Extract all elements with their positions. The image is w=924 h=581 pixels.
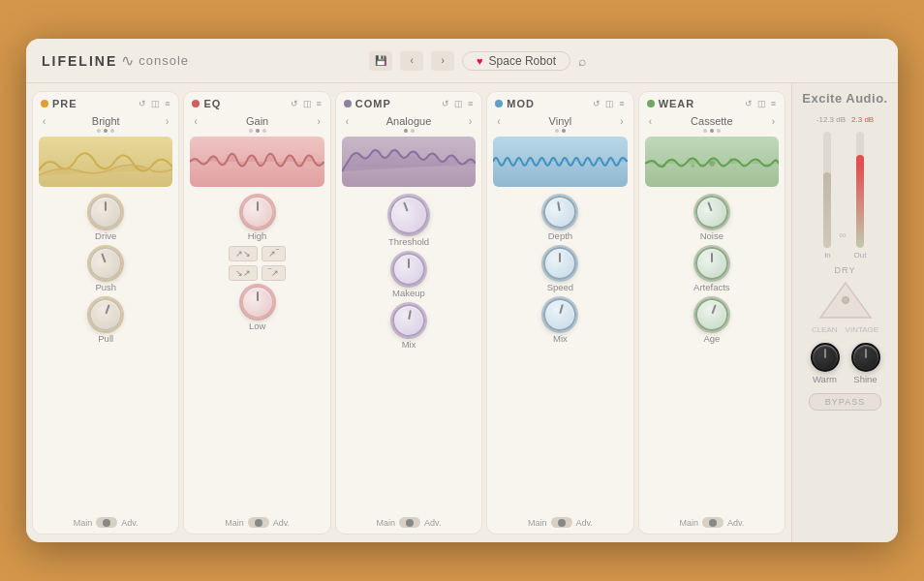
eq-lpf2-button[interactable]: ‾↗ [262, 265, 286, 281]
comp-prev-button[interactable]: ‹ [344, 116, 351, 127]
dry-dot[interactable] [842, 296, 849, 304]
mod-depth-label: Depth [548, 230, 572, 241]
eq-bars-button[interactable]: ≡ [316, 98, 323, 109]
wear-prev-button[interactable]: ‹ [647, 116, 654, 127]
search-button[interactable]: ⌕ [578, 53, 586, 69]
module-wear-controls: ↺ ◫ ≡ [744, 98, 777, 109]
pre-undo-button[interactable]: ↺ [138, 98, 147, 109]
module-wear-title: WEAR [659, 98, 740, 109]
pre-push-group: Push [89, 247, 122, 292]
eq-high-group: High [241, 196, 274, 241]
module-comp-controls: ↺ ◫ ≡ [441, 98, 474, 109]
eq-hpf1-button[interactable]: ↗↘ [229, 246, 258, 261]
warm-knob[interactable] [811, 343, 840, 372]
wear-noise-knob[interactable] [691, 191, 733, 233]
mod-next-button[interactable]: › [618, 116, 625, 127]
eq-toggle[interactable] [248, 517, 269, 528]
pre-prev-button[interactable]: ‹ [41, 116, 47, 127]
module-comp-dot [344, 100, 352, 107]
eq-high-knob[interactable] [241, 196, 274, 229]
comp-makeup-knob[interactable] [392, 253, 425, 286]
wear-bars-button[interactable]: ≡ [770, 98, 777, 109]
vintage-label: VINTAGE [846, 325, 879, 334]
mod-mix-knob[interactable] [540, 294, 581, 335]
meter-in-value: -12.3 dB [816, 115, 846, 124]
mod-dot-1 [555, 129, 559, 133]
mod-ab-button[interactable]: ◫ [604, 98, 615, 109]
wear-artefacts-knob[interactable] [695, 247, 728, 280]
wear-age-knob[interactable] [691, 293, 733, 336]
wear-preset-dots [703, 129, 721, 133]
pre-pull-knob[interactable] [84, 293, 127, 336]
pre-drive-group: Drive [89, 196, 122, 241]
mod-preset-dots [555, 129, 566, 133]
eq-lpf1-button[interactable]: ↘↗ [229, 265, 258, 281]
comp-ab-button[interactable]: ◫ [453, 98, 464, 109]
mod-toggle[interactable] [551, 517, 572, 528]
shine-knob[interactable] [851, 343, 880, 372]
modules-strip: PRE ↺ ◫ ≡ ‹ Bright › [26, 83, 791, 542]
prev-preset-button[interactable]: ‹ [400, 51, 423, 71]
eq-next-button[interactable]: › [315, 116, 322, 127]
wear-noise-label: Noise [700, 230, 724, 241]
next-preset-button[interactable]: › [431, 51, 454, 71]
wear-waveform [645, 137, 779, 187]
pre-toggle[interactable] [96, 517, 117, 528]
eq-undo-button[interactable]: ↺ [290, 98, 299, 109]
comp-bars-button[interactable]: ≡ [467, 98, 474, 109]
save-button[interactable]: 💾 [369, 51, 392, 71]
right-panel: Excite Audio. -12.3 dB 2.3 dB In [791, 83, 898, 542]
comp-threshold-knob[interactable] [384, 190, 433, 239]
shine-label: Shine [853, 374, 877, 384]
logo-console: console [139, 53, 189, 68]
eq-prev-button[interactable]: ‹ [192, 116, 199, 127]
bypass-button[interactable]: BYPASS [809, 393, 881, 411]
eq-low-label: Low [249, 321, 265, 331]
eq-waveform [190, 137, 323, 187]
comp-toggle[interactable] [399, 517, 420, 528]
logo: LIFELINE ∿ console [42, 51, 189, 70]
meters-area: In ∞ Out [823, 124, 866, 260]
comp-waveform [342, 137, 476, 187]
eq-preset-selector: ‹ Gain › [184, 113, 329, 129]
mod-main-label: Main [528, 518, 547, 528]
pre-ab-button[interactable]: ◫ [150, 98, 161, 109]
comp-threshold-group: Threshold [388, 196, 429, 247]
eq-low-knob[interactable] [241, 286, 274, 319]
module-eq-dot [192, 100, 200, 107]
comp-next-button[interactable]: › [467, 116, 474, 127]
wear-ab-button[interactable]: ◫ [756, 98, 767, 109]
eq-ab-button[interactable]: ◫ [302, 98, 313, 109]
warm-label: Warm [813, 374, 837, 384]
meter-in-fill [823, 172, 831, 248]
comp-undo-button[interactable]: ↺ [441, 98, 450, 109]
pre-main-label: Main [74, 518, 93, 528]
pre-bars-button[interactable]: ≡ [164, 98, 170, 109]
mod-preset-selector: ‹ Vinyl › [487, 113, 632, 129]
wear-toggle[interactable] [702, 517, 724, 528]
wear-undo-button[interactable]: ↺ [744, 98, 754, 109]
pre-drive-knob[interactable] [89, 196, 122, 229]
comp-dot-2 [411, 129, 415, 133]
mod-undo-button[interactable]: ↺ [592, 98, 601, 109]
module-comp: COMP ↺ ◫ ≡ ‹ Analogue › [335, 91, 482, 535]
wear-next-button[interactable]: › [770, 116, 777, 127]
plugin-window: LIFELINE ∿ console 💾 ‹ › ♥ Space Robot ⌕… [26, 39, 898, 542]
mod-speed-knob[interactable] [543, 247, 576, 280]
logo-lifeline: LIFELINE [42, 53, 117, 69]
module-mod-title: MOD [507, 98, 588, 109]
wear-adv-label: Adv. [727, 518, 744, 528]
meter-values-row: -12.3 dB 2.3 dB [816, 115, 874, 124]
module-eq: EQ ↺ ◫ ≡ ‹ Gain › [183, 91, 330, 535]
dry-label: DRY [835, 265, 856, 275]
mod-prev-button[interactable]: ‹ [495, 116, 502, 127]
pre-waveform [39, 137, 172, 187]
pre-push-knob[interactable] [84, 242, 127, 285]
pre-next-button[interactable]: › [164, 116, 170, 127]
eq-hpf2-button[interactable]: ↗‾ [262, 246, 286, 261]
mod-bars-button[interactable]: ≡ [618, 98, 625, 109]
comp-mix-knob[interactable] [389, 301, 427, 339]
mod-depth-knob[interactable] [541, 193, 579, 230]
wear-dot-2 [710, 129, 714, 133]
mod-dot-2 [562, 129, 566, 133]
